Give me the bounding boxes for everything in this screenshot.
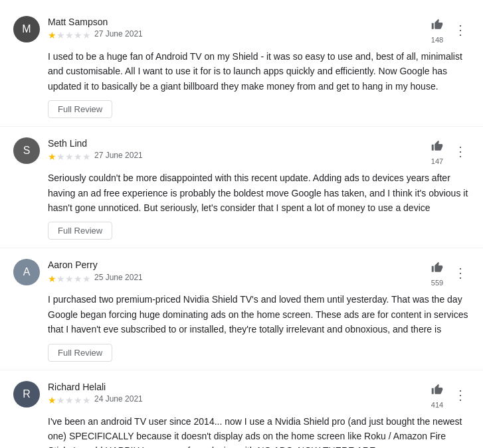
review-text: Seriously couldn't be more disappointed … [48, 171, 470, 215]
reviewer-left: M Matt Sampson ★★★★★ 27 June 2021 [13, 16, 143, 42]
reviewer-name: Aaron Perry [48, 259, 143, 271]
avatar-letter: A [13, 259, 40, 285]
review-actions: 559 ⋮ [429, 259, 470, 287]
star-empty: ★ [56, 273, 64, 281]
reviewer-name: Seth Lind [48, 137, 143, 149]
reviewer-left: A Aaron Perry ★★★★★ 25 June 2021 [13, 259, 143, 285]
review-date: 24 June 2021 [94, 394, 143, 404]
reviewer-left: R Richard Helali ★★★★★ 24 June 2021 [13, 381, 143, 408]
rating-row: ★★★★★ 25 June 2021 [48, 273, 143, 282]
star-empty: ★ [56, 151, 64, 159]
review-header: A Aaron Perry ★★★★★ 25 June 2021 [13, 259, 470, 287]
stars: ★★★★★ [48, 395, 90, 403]
star-empty: ★ [82, 151, 90, 159]
star-empty: ★ [65, 395, 73, 403]
stars: ★★★★★ [48, 151, 90, 159]
reviewer-info: Aaron Perry ★★★★★ 25 June 2021 [48, 259, 143, 281]
thumbs-count: 414 [431, 401, 443, 409]
star-empty: ★ [65, 273, 73, 281]
star-empty: ★ [82, 273, 90, 281]
star-empty: ★ [56, 30, 64, 38]
star-empty: ★ [65, 30, 73, 38]
avatar: M [13, 16, 40, 42]
thumbs-up-button[interactable] [429, 16, 446, 35]
stars: ★★★★★ [48, 273, 90, 281]
review-date: 25 June 2021 [94, 273, 143, 282]
rating-row: ★★★★★ 27 June 2021 [48, 151, 143, 160]
star-empty: ★ [82, 30, 90, 38]
thumbs-up-icon [431, 261, 443, 273]
reviews-container: M Matt Sampson ★★★★★ 27 June 2021 [0, 0, 483, 448]
review-text: I've been an android TV user since 2014.… [48, 414, 470, 448]
reviewer-info: Matt Sampson ★★★★★ 27 June 2021 [48, 16, 143, 38]
star-empty: ★ [74, 395, 82, 403]
more-options-button[interactable]: ⋮ [451, 143, 470, 159]
star-empty: ★ [56, 395, 64, 403]
full-review-button[interactable]: Full Review [48, 344, 112, 362]
thumbs-up-icon [431, 140, 443, 152]
avatar: S [13, 137, 40, 164]
star-filled: ★ [48, 30, 56, 38]
reviewer-info: Seth Lind ★★★★★ 27 June 2021 [48, 137, 143, 160]
review-text: I purchased two premium-priced Nvidia Sh… [48, 292, 470, 336]
thumbs-count: 147 [431, 157, 443, 165]
star-empty: ★ [74, 151, 82, 159]
avatar-letter: M [13, 16, 40, 42]
star-empty: ★ [65, 151, 73, 159]
reviewer-info: Richard Helali ★★★★★ 24 June 2021 [48, 381, 143, 404]
review-item-richard-helali: R Richard Helali ★★★★★ 24 June 2021 [0, 370, 483, 448]
reviewer-name: Matt Sampson [48, 16, 143, 28]
review-text: I used to be a huge fan of Android TV on… [48, 49, 470, 94]
more-options-button[interactable]: ⋮ [451, 387, 470, 403]
review-actions: 414 ⋮ [429, 381, 470, 409]
thumbs-up-container: 147 [429, 137, 446, 165]
star-empty: ★ [74, 30, 82, 38]
rating-row: ★★★★★ 27 June 2021 [48, 29, 143, 38]
review-header: S Seth Lind ★★★★★ 27 June 2021 [13, 137, 470, 165]
review-header: R Richard Helali ★★★★★ 24 June 2021 [13, 381, 470, 409]
thumbs-up-icon [431, 384, 443, 396]
thumbs-up-container: 148 [429, 16, 446, 44]
avatar: R [13, 381, 40, 408]
star-filled: ★ [48, 151, 56, 159]
thumbs-up-container: 414 [429, 381, 446, 409]
star-empty: ★ [82, 395, 90, 403]
full-review-button[interactable]: Full Review [48, 222, 112, 240]
thumbs-count: 148 [431, 36, 443, 44]
avatar: A [13, 259, 40, 285]
reviewer-left: S Seth Lind ★★★★★ 27 June 2021 [13, 137, 143, 164]
review-item-aaron-perry: A Aaron Perry ★★★★★ 25 June 2021 [0, 248, 483, 370]
thumbs-up-container: 559 [429, 259, 446, 287]
review-actions: 148 ⋮ [429, 16, 470, 44]
thumbs-up-button[interactable] [429, 259, 446, 278]
reviewer-name: Richard Helali [48, 381, 143, 393]
thumbs-up-button[interactable] [429, 137, 446, 157]
more-options-button[interactable]: ⋮ [451, 22, 470, 38]
review-date: 27 June 2021 [94, 29, 143, 38]
avatar-letter: S [13, 137, 40, 164]
thumbs-up-button[interactable] [429, 381, 446, 400]
star-empty: ★ [74, 273, 82, 281]
review-header: M Matt Sampson ★★★★★ 27 June 2021 [13, 16, 470, 44]
review-item-seth-lind: S Seth Lind ★★★★★ 27 June 2021 [0, 127, 483, 248]
review-date: 27 June 2021 [94, 151, 143, 160]
review-item-matt-sampson: M Matt Sampson ★★★★★ 27 June 2021 [0, 5, 483, 127]
rating-row: ★★★★★ 24 June 2021 [48, 394, 143, 404]
review-actions: 147 ⋮ [429, 137, 470, 165]
star-filled: ★ [48, 395, 56, 403]
thumbs-count: 559 [431, 279, 443, 287]
full-review-button[interactable]: Full Review [48, 100, 112, 118]
stars: ★★★★★ [48, 30, 90, 38]
avatar-letter: R [13, 381, 40, 408]
star-filled: ★ [48, 273, 56, 281]
more-options-button[interactable]: ⋮ [451, 265, 470, 281]
thumbs-up-icon [431, 19, 443, 31]
